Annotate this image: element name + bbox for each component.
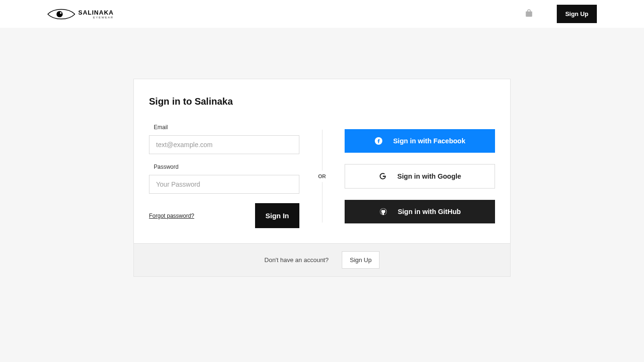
- signin-google-label: Sign in with Google: [397, 173, 461, 180]
- signin-facebook-button[interactable]: Sign in with Facebook: [345, 129, 495, 153]
- header-right: Sign Up: [525, 5, 597, 23]
- github-icon: [379, 207, 388, 216]
- shopping-bag-icon: [525, 9, 533, 17]
- signin-github-button[interactable]: Sign in with GitHub: [345, 200, 495, 223]
- signin-facebook-label: Sign in with Facebook: [393, 137, 465, 145]
- signin-footer: Don't have an account? Sign Up: [134, 243, 510, 276]
- svg-point-1: [60, 12, 62, 14]
- signin-form: Email Password Forgot password? Sign In: [149, 124, 322, 228]
- signin-title: Sign in to Salinaka: [149, 96, 495, 107]
- google-icon: [379, 172, 387, 181]
- forgot-password-link[interactable]: Forgot password?: [149, 213, 194, 219]
- footer-prompt: Don't have an account?: [264, 256, 329, 263]
- divider-or: OR: [318, 171, 326, 182]
- svg-point-0: [57, 11, 63, 17]
- password-label: Password: [149, 164, 299, 170]
- email-field-group: Email: [149, 124, 299, 154]
- signin-card-body: Sign in to Salinaka Email Password Forgo…: [134, 79, 510, 243]
- facebook-icon: [374, 137, 383, 145]
- logo-text: SALINAKA EYEWEAR: [78, 9, 114, 19]
- signup-header-button[interactable]: Sign Up: [557, 5, 597, 23]
- form-actions: Forgot password? Sign In: [149, 203, 299, 228]
- eye-icon: [47, 7, 75, 21]
- logo[interactable]: SALINAKA EYEWEAR: [47, 7, 114, 21]
- email-input[interactable]: [149, 135, 299, 154]
- signin-github-label: Sign in with GitHub: [398, 208, 461, 215]
- cart-button[interactable]: [525, 9, 533, 19]
- social-signin: Sign in with Facebook Sign in with Googl…: [322, 124, 495, 228]
- signin-columns: Email Password Forgot password? Sign In …: [149, 124, 495, 228]
- signup-footer-button[interactable]: Sign Up: [342, 251, 380, 269]
- signin-google-button[interactable]: Sign in with Google: [345, 164, 495, 189]
- signin-card: Sign in to Salinaka Email Password Forgo…: [133, 79, 511, 277]
- email-label: Email: [149, 124, 299, 131]
- brand-name: SALINAKA: [78, 9, 114, 16]
- signin-button[interactable]: Sign In: [255, 203, 299, 228]
- brand-subtitle: EYEWEAR: [78, 16, 114, 19]
- password-field-group: Password: [149, 164, 299, 194]
- header: SALINAKA EYEWEAR Sign Up: [0, 0, 644, 28]
- password-input[interactable]: [149, 175, 299, 194]
